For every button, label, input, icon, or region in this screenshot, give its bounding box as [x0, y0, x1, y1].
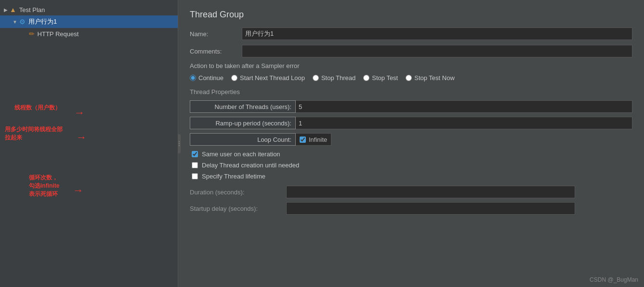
duration-input[interactable] [286, 186, 575, 198]
main-panel: Thread Group Name: Comments: Action to b… [178, 0, 644, 287]
name-label: Name: [190, 30, 238, 38]
radio-stop-test-now-input[interactable] [406, 75, 412, 81]
sidebar-item-label: HTTP Request [38, 30, 79, 38]
threads-row: Number of Threads (users): [190, 100, 632, 113]
sidebar-resize-handle[interactable] [178, 134, 181, 153]
loop-checkbox-area: Infinite [296, 133, 331, 146]
radio-stop-test-now[interactable]: Stop Test Now [406, 74, 455, 82]
startup-delay-input[interactable] [286, 202, 575, 215]
triangle-icon: ▲ [10, 6, 16, 14]
radio-start-next-input[interactable] [231, 75, 237, 81]
delay-thread-label: Delay Thread creation until needed [202, 162, 299, 169]
loop-infinite-label: Infinite [309, 136, 327, 143]
sidebar-item-test-plan[interactable]: ▶ ▲ Test Plan [0, 4, 178, 15]
action-label: Action to be taken after a Sampler error [190, 62, 632, 69]
radio-stop-test-label: Stop Test [372, 74, 398, 82]
radio-stop-thread-label: Stop Thread [321, 74, 355, 82]
specify-lifetime-checkbox[interactable] [192, 173, 198, 179]
loop-infinite-checkbox[interactable] [300, 137, 306, 143]
comments-label: Comments: [190, 48, 238, 55]
annotation-rampup: 用多少时间将线程全部拉起来 → [5, 125, 63, 142]
expand-icon: ▼ [13, 19, 17, 25]
radio-stop-thread-input[interactable] [313, 75, 319, 81]
startup-delay-label: Startup delay (seconds): [190, 205, 286, 212]
loop-label: Loop Count: [190, 133, 296, 146]
comments-input[interactable] [242, 45, 632, 57]
annotation-threads: 线程数（用户数） → [14, 104, 61, 112]
specify-lifetime-label: Specify Thread lifetime [202, 173, 265, 180]
delay-thread-row: Delay Thread creation until needed [190, 162, 632, 169]
duration-label: Duration (seconds): [190, 189, 286, 196]
radio-stop-test-now-label: Stop Test Now [414, 74, 455, 82]
sidebar-item-http-request[interactable]: ✏ HTTP Request [0, 28, 178, 40]
gear-icon: ⚙ [19, 18, 26, 26]
same-user-checkbox[interactable] [192, 151, 198, 157]
name-row: Name: [190, 27, 632, 40]
delay-thread-checkbox[interactable] [192, 162, 198, 168]
rampup-input[interactable] [296, 117, 632, 129]
radio-continue[interactable]: Continue [190, 74, 223, 82]
name-input[interactable] [242, 27, 632, 40]
same-user-row: Same user on each iteration [190, 150, 632, 158]
watermark: CSDN @_BugMan [590, 276, 638, 283]
same-user-label: Same user on each iteration [202, 150, 280, 158]
rampup-row: Ramp-up period (seconds): [190, 117, 632, 129]
page-title: Thread Group [190, 10, 632, 20]
startup-delay-row: Startup delay (seconds): [190, 202, 632, 215]
duration-section: Duration (seconds): Startup delay (secon… [190, 186, 632, 215]
sidebar: ▶ ▲ Test Plan ▼ ⚙ 用户行为1 ✏ HTTP Request 线… [0, 0, 178, 287]
rampup-label: Ramp-up period (seconds): [190, 117, 296, 129]
loop-row: Loop Count: Infinite [190, 133, 632, 146]
thread-props-label: Thread Properties [190, 88, 632, 96]
specify-lifetime-row: Specify Thread lifetime [190, 173, 632, 180]
radio-stop-test[interactable]: Stop Test [363, 74, 398, 82]
sidebar-item-label: 用户行为1 [28, 17, 57, 26]
radio-continue-label: Continue [198, 74, 223, 82]
sidebar-item-user-behavior[interactable]: ▼ ⚙ 用户行为1 [0, 15, 178, 28]
annotation-loop: 循环次数，勾选infinite表示死循环 → [29, 174, 59, 198]
expand-icon: ▶ [4, 7, 8, 13]
sidebar-item-label: Test Plan [19, 6, 45, 14]
radio-stop-test-input[interactable] [363, 75, 369, 81]
brush-icon: ✏ [29, 30, 35, 38]
threads-input[interactable] [296, 100, 632, 113]
radio-group-action: Continue Start Next Thread Loop Stop Thr… [190, 74, 632, 82]
expand-icon-empty [24, 31, 27, 37]
radio-stop-thread[interactable]: Stop Thread [313, 74, 355, 82]
radio-start-next[interactable]: Start Next Thread Loop [231, 74, 305, 82]
comments-row: Comments: [190, 45, 632, 57]
duration-row: Duration (seconds): [190, 186, 632, 198]
threads-label: Number of Threads (users): [190, 100, 296, 113]
action-section: Action to be taken after a Sampler error… [190, 62, 632, 82]
radio-start-next-label: Start Next Thread Loop [240, 74, 305, 82]
radio-continue-input[interactable] [190, 75, 196, 81]
